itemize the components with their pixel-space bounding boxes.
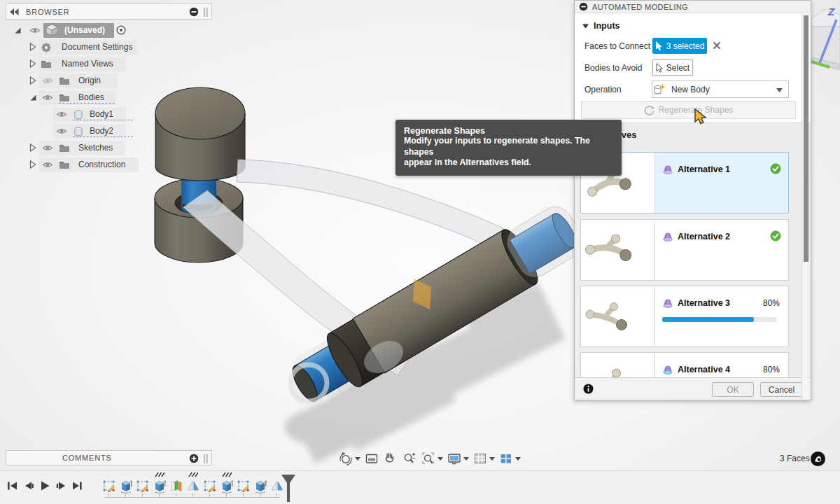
nav-tool-viewports[interactable] (498, 451, 521, 466)
visibility-icon[interactable] (56, 110, 67, 119)
nav-tool-grid[interactable] (472, 451, 495, 466)
dialog-header[interactable]: AUTOMATED MODELING (575, 1, 811, 13)
panel-grip[interactable] (203, 8, 209, 17)
cancel-button[interactable]: Cancel (760, 382, 803, 397)
timeline-feature-sketch-icon[interactable] (102, 478, 116, 493)
nav-tool-orbit[interactable] (338, 451, 360, 466)
nav-tool-fit[interactable] (421, 451, 443, 466)
expanded-arrow-icon[interactable] (28, 92, 38, 103)
collapsed-arrow-icon[interactable] (28, 42, 38, 52)
collapsed-arrow-icon[interactable] (28, 160, 38, 170)
timeline-feature-extrude-icon[interactable] (220, 478, 234, 493)
view-cube[interactable]: Z (811, 3, 840, 76)
dropdown-caret-icon[interactable] (515, 457, 521, 461)
section-collapse-icon (582, 24, 589, 29)
out-of-date-underline (59, 103, 115, 104)
dropdown-caret-icon[interactable] (438, 457, 443, 461)
dropdown-caret-icon[interactable] (463, 457, 469, 461)
activate-component-radio[interactable] (116, 25, 126, 35)
display-settings-icon[interactable] (447, 451, 462, 466)
visibility-icon[interactable] (56, 127, 67, 136)
folder-icon (59, 143, 70, 154)
nav-tool-look-at[interactable] (364, 451, 379, 466)
browser-row-bodies[interactable]: Bodies (6, 90, 212, 105)
timeline-group-bracket (105, 497, 280, 498)
cube-icon (45, 24, 59, 36)
dropdown-caret-icon (776, 88, 783, 92)
alternative-thumbnail (581, 353, 655, 379)
operation-dropdown[interactable]: New Body (652, 80, 789, 98)
visibility-icon[interactable] (42, 93, 53, 102)
mouse-cursor (694, 108, 709, 127)
browser-row-document settings[interactable]: Document Settings (6, 40, 212, 55)
add-comment-icon[interactable] (189, 454, 199, 463)
pan-icon[interactable] (383, 451, 398, 466)
visibility-icon[interactable] (42, 160, 53, 169)
faces-to-connect-button[interactable]: 3 selected (652, 38, 707, 54)
collapse-panel-icon[interactable] (10, 8, 19, 15)
browser-row-body1[interactable]: Body1 (6, 107, 212, 122)
viewports-icon[interactable] (498, 451, 514, 466)
dialog-collapse-icon[interactable] (579, 2, 588, 11)
timeline-feature-sketch-icon[interactable] (203, 478, 217, 493)
browser-row-construction[interactable]: Construction (6, 158, 212, 172)
browser-row-label: Document Settings (62, 42, 132, 52)
visibility-off-icon[interactable] (42, 76, 53, 85)
bodies-to-avoid-button[interactable]: Select (652, 59, 693, 76)
dropdown-caret-icon[interactable] (355, 457, 360, 461)
alternative-thumbnail (581, 220, 655, 280)
orbit-icon[interactable] (338, 451, 354, 466)
complete-check-icon (770, 163, 781, 174)
timeline-feature-mirror-icon[interactable] (186, 478, 200, 493)
inputs-section-header[interactable]: Inputs (582, 21, 620, 31)
info-icon[interactable] (583, 384, 594, 394)
browser-row-sketches[interactable]: Sketches (6, 141, 212, 155)
timeline-feature-split-icon[interactable] (169, 478, 183, 493)
zoom-icon[interactable] (402, 451, 417, 466)
visibility-icon[interactable] (29, 26, 41, 35)
visibility-icon[interactable] (42, 144, 53, 153)
look-at-icon[interactable] (364, 451, 379, 466)
nav-tool-zoom[interactable] (402, 451, 417, 466)
dialog-scrollbar[interactable] (802, 14, 808, 399)
browser-row-origin[interactable]: Origin (6, 74, 212, 88)
collapsed-arrow-icon[interactable] (28, 59, 38, 69)
timeline-feature-extrude-icon[interactable] (119, 478, 133, 493)
fit-icon[interactable] (421, 451, 436, 466)
regenerate-shapes-button[interactable]: Regenerate Shapes (581, 101, 796, 119)
grid-icon[interactable] (472, 451, 488, 466)
timeline-feature-sketch-icon[interactable] (136, 478, 150, 493)
alternative-card-3[interactable]: Alternative 380% (580, 286, 789, 347)
alternative-card-2[interactable]: Alternative 2 (580, 219, 789, 281)
feature-mark-icon (188, 472, 198, 477)
browser-row-label: Bodies (78, 92, 104, 102)
panel-grip[interactable] (203, 454, 209, 463)
nav-tool-display-settings[interactable] (447, 451, 469, 466)
alternative-preview-image (581, 353, 654, 379)
timeline-feature-sketch-icon[interactable] (237, 478, 251, 493)
clear-selection-icon[interactable] (713, 41, 721, 50)
dropdown-caret-icon[interactable] (489, 457, 495, 461)
assistant-icon[interactable] (810, 451, 826, 467)
faces-to-connect-label: Faces to Connect (584, 41, 650, 51)
panel-minimize-icon[interactable] (189, 7, 199, 17)
alternative-card-4[interactable]: Alternative 480% (580, 352, 789, 379)
timeline-position-marker[interactable] (280, 472, 297, 503)
browser-row-unsaved[interactable]: (Unsaved) (6, 23, 212, 38)
ok-button[interactable]: OK (712, 382, 754, 397)
browser-panel-header[interactable]: BROWSER (6, 4, 212, 20)
regenerate-icon (644, 105, 654, 115)
browser-row-named views[interactable]: Named Views (6, 57, 212, 71)
regenerate-shapes-tooltip: Regenerate Shapes Modify your inputs to … (396, 120, 622, 176)
browser-row-label: Construction (78, 160, 125, 169)
timeline-feature-extrude-icon[interactable] (253, 478, 267, 493)
collapsed-arrow-icon[interactable] (28, 143, 38, 153)
collapsed-arrow-icon[interactable] (28, 76, 38, 86)
expanded-arrow-icon[interactable] (13, 25, 22, 36)
browser-row-body2[interactable]: Body2 (6, 124, 212, 139)
complete-check-icon (770, 230, 781, 241)
comments-panel-header[interactable]: COMMENTS (6, 450, 212, 465)
view-navigation-toolbar (338, 451, 521, 466)
timeline-feature-extrude-icon[interactable] (153, 478, 167, 493)
nav-tool-pan[interactable] (383, 451, 398, 466)
